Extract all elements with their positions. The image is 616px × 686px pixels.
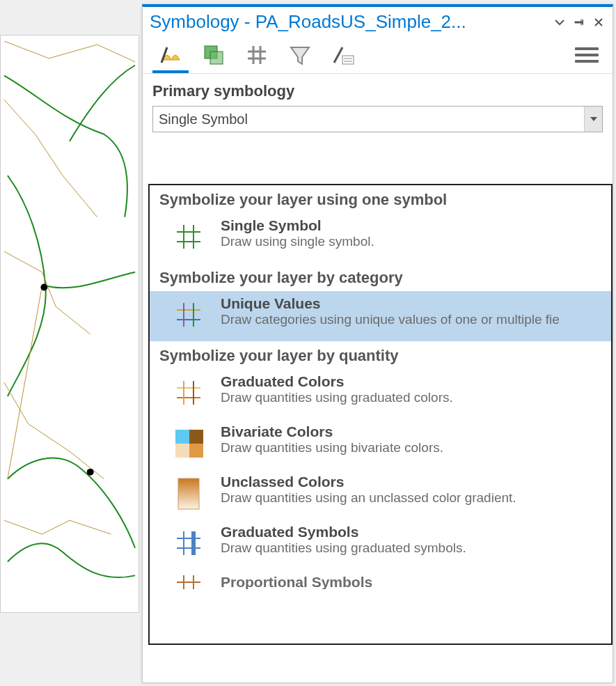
svg-point-0 xyxy=(40,284,47,291)
svg-rect-10 xyxy=(189,444,203,458)
pin-button[interactable] xyxy=(572,15,586,29)
titlebar: Symbology - PA_RoadsUS_Simple_2... xyxy=(143,7,613,34)
advanced-options-tab[interactable] xyxy=(325,37,361,73)
single-symbol-icon xyxy=(169,217,208,256)
option-graduated-colors[interactable]: Graduated Colors Draw quantities using g… xyxy=(150,369,611,419)
menu-button[interactable] xyxy=(575,43,599,67)
svg-rect-4 xyxy=(342,56,354,64)
symbology-pane: Symbology - PA_RoadsUS_Simple_2... Prima… xyxy=(142,4,613,683)
option-desc: Draw using single symbol. xyxy=(221,234,601,249)
bivariate-colors-icon xyxy=(169,423,208,462)
symbology-toolbar xyxy=(143,34,613,74)
svg-rect-11 xyxy=(178,478,199,509)
svg-rect-9 xyxy=(175,444,189,458)
option-desc: Draw quantities using graduated colors. xyxy=(221,390,601,405)
option-desc: Draw categories using unique values of o… xyxy=(221,312,601,327)
map-canvas[interactable] xyxy=(0,35,139,613)
unique-values-icon xyxy=(169,295,208,334)
primary-symbology-tab[interactable] xyxy=(152,37,189,73)
graduated-symbols-icon xyxy=(169,524,208,563)
close-button[interactable] xyxy=(592,15,606,29)
pane-title: Symbology - PA_RoadsUS_Simple_2... xyxy=(150,11,547,33)
svg-rect-7 xyxy=(175,430,189,444)
unclassed-colors-icon xyxy=(169,474,208,513)
option-single-symbol[interactable]: Single Symbol Draw using single symbol. xyxy=(150,213,611,263)
option-title: Unclassed Colors xyxy=(221,474,601,490)
symbology-type-value: Single Symbol xyxy=(159,111,248,127)
svg-rect-8 xyxy=(189,430,203,444)
primary-symbology-label: Primary symbology xyxy=(143,74,613,106)
option-title: Single Symbol xyxy=(221,217,601,234)
symbology-type-list: Symbolize your layer using one symbol Si… xyxy=(148,184,613,645)
option-proportional-symbols[interactable]: Proportional Symbols xyxy=(150,570,611,589)
option-title: Proportional Symbols xyxy=(221,574,601,589)
svg-rect-3 xyxy=(210,52,223,64)
options-button[interactable] xyxy=(553,15,567,29)
option-title: Bivariate Colors xyxy=(221,423,601,440)
option-desc: Draw quantities using graduated symbols. xyxy=(221,540,601,556)
symbol-layer-drawing-tab[interactable] xyxy=(239,37,275,73)
option-unique-values[interactable]: Unique Values Draw categories using uniq… xyxy=(150,291,611,341)
dropdown-caret-icon xyxy=(584,107,602,132)
vary-by-attribute-tab[interactable] xyxy=(196,37,232,73)
option-title: Unique Values xyxy=(221,295,601,312)
svg-point-1 xyxy=(87,469,94,476)
option-title: Graduated Colors xyxy=(221,373,601,390)
graduated-colors-icon xyxy=(169,373,208,412)
option-desc: Draw quantities using bivariate colors. xyxy=(221,440,601,455)
proportional-symbols-icon xyxy=(169,574,208,589)
group-header-category: Symbolize your layer by category xyxy=(150,263,611,291)
option-title: Graduated Symbols xyxy=(221,524,601,540)
option-desc: Draw quantities using an unclassed color… xyxy=(221,490,601,506)
option-bivariate-colors[interactable]: Bivariate Colors Draw quantities using b… xyxy=(150,419,611,469)
display-filter-tab[interactable] xyxy=(282,37,318,73)
symbology-type-dropdown[interactable]: Single Symbol xyxy=(152,106,603,132)
group-header-quantity: Symbolize your layer by quantity xyxy=(150,341,611,369)
option-unclassed-colors[interactable]: Unclassed Colors Draw quantities using a… xyxy=(150,469,611,520)
option-graduated-symbols[interactable]: Graduated Symbols Draw quantities using … xyxy=(150,520,611,570)
group-header-single: Symbolize your layer using one symbol xyxy=(150,185,611,213)
